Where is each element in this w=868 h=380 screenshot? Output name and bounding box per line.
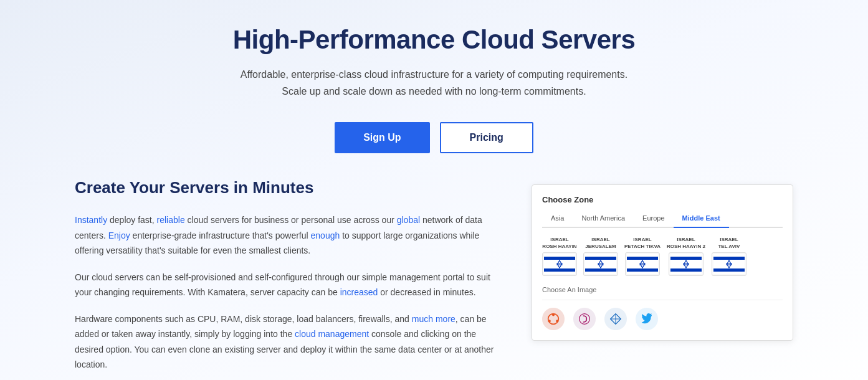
hero-buttons: Sign Up Pricing [75, 122, 793, 153]
flag-label-petach-tikva: ISRAELPETACH TIKVA [624, 237, 661, 250]
bird-icon[interactable] [636, 308, 658, 330]
zone-card: Choose Zone Asia North America Europe Mi… [532, 184, 793, 341]
debian-icon[interactable] [573, 308, 596, 330]
image-divider [542, 300, 783, 300]
centos-icon[interactable] [604, 308, 627, 330]
flag-box-tel-aviv [712, 252, 746, 276]
svg-point-27 [548, 320, 551, 322]
enough-text: enough [311, 230, 340, 240]
paragraph-3: Hardware components such as CPU, RAM, di… [75, 311, 494, 373]
flag-rosh-haayin[interactable]: ISRAELROSH HAAYIN [542, 237, 577, 276]
increased-text: increased [340, 287, 378, 297]
svg-rect-1 [544, 257, 575, 260]
svg-point-29 [579, 314, 590, 325]
section-heading: Create Your Servers in Minutes [75, 178, 494, 197]
svg-rect-22 [713, 268, 745, 272]
flag-label-tel-aviv: ISRAELTEL AVIV [718, 237, 740, 250]
much-more-text: much more [412, 314, 455, 324]
choose-image-label: Choose An Image [542, 286, 783, 293]
tab-asia[interactable]: Asia [542, 211, 573, 227]
flag-rosh-haayin-2[interactable]: ISRAELROSH HAAYIN 2 [667, 237, 705, 276]
svg-rect-21 [713, 257, 745, 260]
hero-subtitle-line2: Scale up and scale down as needed with n… [282, 86, 586, 97]
ubuntu-icon[interactable] [542, 308, 565, 330]
cloud-management-text: cloud management [295, 329, 369, 339]
flag-label-rosh-haayin-2: ISRAELROSH HAAYIN 2 [667, 237, 705, 250]
hero-section: High-Performance Cloud Servers Affordabl… [75, 25, 793, 153]
hero-subtitle: Affordable, enterprise-class cloud infra… [75, 66, 793, 100]
svg-rect-7 [585, 268, 616, 272]
svg-rect-17 [670, 268, 702, 272]
zone-card-title: Choose Zone [542, 195, 783, 204]
global-text: global [397, 215, 420, 225]
flag-petach-tikva[interactable]: ISRAELPETACH TIKVA [624, 237, 661, 276]
svg-rect-2 [544, 268, 575, 272]
content-section: Create Your Servers in Minutes Instantly… [75, 178, 793, 380]
svg-rect-11 [627, 257, 658, 260]
flag-jerusalem[interactable]: ISRAELJERUSALEM [583, 237, 618, 276]
paragraph-2: Our cloud servers can be self-provisione… [75, 270, 494, 300]
svg-point-26 [552, 313, 555, 316]
flag-box-petach-tikva [625, 252, 660, 276]
reliable-text: reliable [157, 215, 185, 225]
flag-tel-aviv[interactable]: ISRAELTEL AVIV [712, 237, 746, 276]
content-left: Create Your Servers in Minutes Instantly… [75, 178, 494, 380]
hero-title: High-Performance Cloud Servers [75, 25, 793, 55]
enjoy-text: Enjoy [108, 230, 130, 240]
flag-label-jerusalem: ISRAELJERUSALEM [585, 237, 616, 250]
svg-rect-12 [627, 268, 658, 272]
tab-north-america[interactable]: North America [573, 211, 634, 227]
flag-box-jerusalem [583, 252, 618, 276]
flag-label-rosh-haayin: ISRAELROSH HAAYIN [542, 237, 576, 250]
hero-subtitle-line1: Affordable, enterprise-class cloud infra… [241, 69, 627, 80]
pricing-button[interactable]: Pricing [440, 122, 533, 153]
flag-box-rosh-haayin-2 [669, 252, 703, 276]
svg-point-28 [556, 320, 558, 322]
flag-box-rosh-haayin [542, 252, 577, 276]
os-icons [542, 308, 783, 330]
zone-flags: ISRAELROSH HAAYIN ISRAELJERUSALEM [542, 237, 783, 276]
zone-tabs: Asia North America Europe Middle East [542, 211, 783, 228]
paragraph-1: Instantly deploy fast, reliable cloud se… [75, 212, 494, 259]
svg-rect-16 [670, 257, 702, 260]
instantly-text: Instantly [75, 215, 107, 225]
signup-button[interactable]: Sign Up [335, 122, 429, 153]
tab-middle-east[interactable]: Middle East [674, 211, 729, 227]
svg-rect-6 [585, 257, 616, 260]
tab-europe[interactable]: Europe [634, 211, 673, 227]
